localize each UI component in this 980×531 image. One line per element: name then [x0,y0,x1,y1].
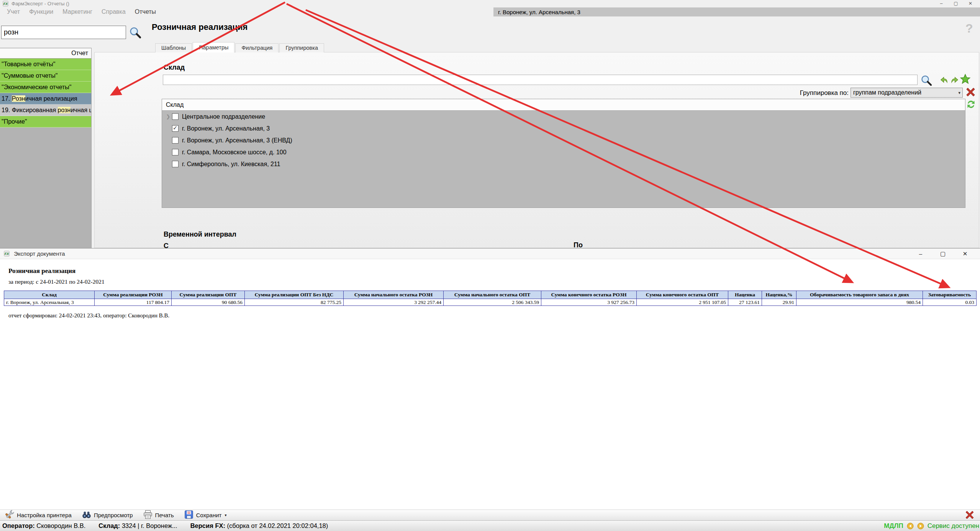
tree-item-2[interactable]: г. Воронеж, ул. Арсенальная, 3 (ЕНВД) [162,134,965,146]
warehouse-filter-input[interactable] [163,75,918,85]
report-col-6: Сумма конечного остатка РОЗН [541,291,637,299]
report-cell-7: 2 951 107.05 [637,299,728,306]
report-list-header[interactable]: Отчет [0,48,91,59]
print-icon [143,510,153,521]
menu-item-Справка[interactable]: Справка [98,8,129,15]
tabbar: ШаблоныПараметрыФильтрацияГруппировка [155,42,325,52]
toolbar-button-print[interactable]: Печать [143,510,174,521]
toolbar-button-label: Предпросмотр [94,512,133,518]
app-logo-icon: FX [4,251,10,257]
clear-filter-icon[interactable] [966,87,975,97]
report-list-item-1[interactable]: "Суммовые отчеты" [0,70,91,82]
report-data-row: г. Воронеж, ул. Арсенальная, 3117 804.17… [4,299,977,306]
main-titlebar: FX ФармЭксперт - Отчеты () – ▢ ✕ [0,0,980,7]
menu-item-Учет[interactable]: Учет [3,8,24,15]
tree-checkbox-4[interactable] [172,161,179,167]
close-export-icon[interactable] [965,510,975,520]
report-list-item-4[interactable]: 19. Фиксированная розничная цена [0,105,91,116]
help-icon[interactable]: ? [965,21,973,36]
redo-icon[interactable] [950,76,959,85]
report-col-10: Оборачиваемость товарного запаса в днях [796,291,923,299]
tab-Группировка[interactable]: Группировка [279,43,324,52]
report-col-1: Сумма реализации РОЗН [95,291,172,299]
tree-item-0[interactable]: ❯Центральное подразделение [162,111,965,123]
status-warehouse: Склад: 3324 | г. Воронеж... [98,522,177,529]
status-operator: Оператор: Сковородин В.В. [2,522,85,529]
time-interval-heading: Временной интервал [164,230,236,239]
toolbar-button-save[interactable]: Сохранит▾ [184,510,227,521]
report-list-item-5[interactable]: "Прочие" [0,116,91,127]
maximize-icon[interactable]: ▢ [949,0,963,7]
tree-checkbox-2[interactable] [172,137,179,144]
report-col-2: Сумма реализации ОПТ [172,291,245,299]
app-root: FX ФармЭксперт - Отчеты () – ▢ ✕ УчетФун… [0,0,980,531]
undo-icon[interactable] [940,76,949,85]
tab-Параметры[interactable]: Параметры [193,42,234,52]
tab-Фильтрация[interactable]: Фильтрация [235,43,279,52]
export-toolbar: Настройка принтераПредпросмотрПечатьСохр… [0,510,980,520]
tree-item-3[interactable]: г. Самара, Московское шоссе, д. 100 [162,146,965,158]
expand-chevron-icon[interactable]: ❯ [164,114,172,119]
window-title: ФармЭксперт - Отчеты () [11,1,69,7]
preview-icon [82,510,92,521]
report-list-item-0[interactable]: "Товарные отчёты" [0,59,91,70]
favorite-star-icon[interactable] [960,74,971,85]
tree-item-label: г. Симферополь, ул. Киевская, 211 [182,161,280,168]
minimize-icon[interactable]: – [934,0,949,7]
report-cell-5: 2 506 343.59 [444,299,541,306]
minimize-icon[interactable]: – [910,248,932,259]
toolbar-button-preview[interactable]: Предпросмотр [82,510,133,521]
tree-checkbox-0[interactable] [172,113,179,120]
tree-item-1[interactable]: г. Воронеж, ул. Арсенальная, 3 [162,123,965,134]
refresh-icon[interactable] [966,100,976,109]
menu-item-Отчеты[interactable]: Отчеты [131,8,160,15]
toolbar-button-label: Печать [155,512,174,518]
report-cell-9: 29.91 [762,299,796,306]
tree-item-4[interactable]: г. Симферополь, ул. Киевская, 211 [162,158,965,170]
report-list-item-3[interactable]: 17. Розничная реализация [0,93,91,105]
report-cell-11: 0.03 [923,299,977,306]
report-col-3: Сумма реализации ОПТ Без НДС [245,291,344,299]
toolbar-button-label: Сохранит [196,512,222,518]
report-cell-0: г. Воронеж, ул. Арсенальная, 3 [4,299,95,306]
app-logo-icon: FX [3,1,8,7]
report-col-0: Склад [4,291,95,299]
toolbar-button-printer-settings[interactable]: Настройка принтера [5,510,72,521]
tree-checkbox-1[interactable] [172,125,179,132]
report-cell-3: 82 775.25 [245,299,344,306]
tree-checkbox-3[interactable] [172,149,179,155]
tree-item-label: г. Воронеж, ул. Арсенальная, 3 (ЕНВД) [182,137,292,144]
grouping-dropdown[interactable]: группам подразделений ▾ [851,88,963,98]
report-col-8: Наценка [728,291,762,299]
menu-item-Функции[interactable]: Функции [25,8,57,15]
search-icon[interactable] [129,26,142,39]
report-col-4: Сумма начального остатка РОЗН [344,291,444,299]
tree-item-label: г. Воронеж, ул. Арсенальная, 3 [182,125,270,132]
chevron-down-icon: ▾ [958,88,960,97]
printer-settings-icon [5,510,15,521]
close-icon[interactable]: ✕ [954,248,976,259]
statusbar: Оператор: Сковородин В.В. Склад: 3324 | … [0,520,980,531]
report-cell-8: 27 123.61 [728,299,762,306]
mdlp-incoming-icon [907,523,914,529]
grouping-value: группам подразделений [853,89,921,96]
search-match-highlight: розн [58,107,71,113]
report-cell-1: 117 804.17 [95,299,172,306]
export-window-title: Экспорт документа [14,250,65,257]
maximize-icon[interactable]: ▢ [932,248,954,259]
close-icon[interactable]: ✕ [963,0,978,7]
grouping-label: Группировка по: [724,89,849,97]
menu-item-Маркетинг[interactable]: Маркетинг [59,8,96,15]
report-cell-6: 3 927 256.73 [541,299,637,306]
report-col-7: Сумма конечного остатка ОПТ [637,291,728,299]
save-icon [184,510,194,521]
report-search-input[interactable] [1,26,126,39]
tab-Шаблоны[interactable]: Шаблоны [155,43,192,52]
warehouse-search-icon[interactable] [920,74,932,87]
search-match-highlight: Розн [12,95,25,102]
report-col-5: Сумма начального остатка ОПТ [444,291,541,299]
report-list-item-2[interactable]: "Экономические отчеты" [0,82,91,93]
menubar: УчетФункцииМаркетингСправкаОтчеты [0,7,493,16]
report-col-9: Наценка,% [762,291,796,299]
toolbar-button-label: Настройка принтера [17,512,72,518]
